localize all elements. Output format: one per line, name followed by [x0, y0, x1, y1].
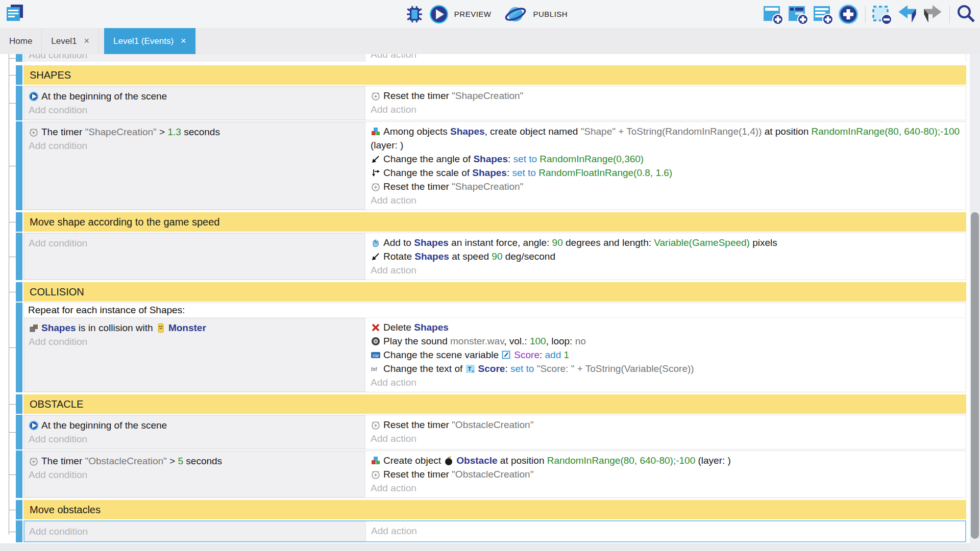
monster-icon — [156, 323, 166, 333]
conditions-cell[interactable]: At the beginning of the sceneAdd conditi… — [24, 86, 365, 120]
actions-cell[interactable]: Add action — [366, 521, 965, 541]
event-drag-handle[interactable] — [16, 282, 22, 302]
event-drag-handle[interactable] — [16, 500, 22, 519]
event-drag-handle[interactable] — [16, 233, 22, 280]
condition-line[interactable]: Shapes is in collision with Monster — [29, 321, 361, 335]
add-action-button[interactable]: Add action — [371, 375, 966, 389]
action-line[interactable]: Create object Obstacle at position Rando… — [371, 454, 966, 467]
search-icon[interactable] — [955, 4, 977, 25]
actions-cell[interactable]: Add action — [365, 54, 966, 62]
conditions-cell[interactable]: Add condition — [24, 521, 366, 541]
condition-line[interactable]: The timer "ShapeCreation" > 1.3 seconds — [29, 125, 361, 139]
repeat-for-each-label[interactable]: Repeat for each instance of Shapes: — [24, 303, 966, 318]
add-condition-button[interactable]: Add condition — [29, 139, 361, 153]
actions-cell[interactable]: Delete ShapesPlay the sound monster.wav,… — [365, 318, 966, 392]
add-subevent-icon[interactable] — [787, 3, 810, 26]
add-condition-button[interactable]: Add condition — [29, 432, 361, 446]
condition-line[interactable]: At the beginning of the scene — [29, 89, 361, 103]
add-action-button[interactable]: Add action — [371, 481, 966, 495]
group-header-label[interactable]: SHAPES — [30, 69, 71, 81]
actions-cell[interactable]: Create object Obstacle at position Rando… — [365, 451, 966, 497]
conditions-cell[interactable]: The timer "ShapeCreation" > 1.3 secondsA… — [24, 122, 365, 210]
group-header-label[interactable]: OBSTACLE — [30, 398, 83, 410]
event-drag-handle[interactable] — [16, 121, 22, 210]
add-comment-icon[interactable] — [812, 3, 835, 26]
publish-globe-icon[interactable] — [503, 4, 528, 24]
action-line[interactable]: Among objects Shapes, create object name… — [371, 124, 966, 152]
text-segment: is in collision with — [76, 322, 156, 333]
actions-cell[interactable]: Add to Shapes an instant force, angle: 9… — [365, 233, 966, 280]
scrollbar-thumb[interactable] — [971, 212, 979, 539]
text-segment: Obstacle — [456, 455, 497, 466]
close-icon[interactable]: × — [84, 36, 89, 46]
close-icon[interactable]: × — [181, 36, 186, 46]
action-line[interactable]: Reset the timer "ObstacleCreation" — [371, 467, 966, 481]
event-drag-handle[interactable] — [16, 86, 22, 120]
event-drag-handle[interactable] — [16, 520, 22, 542]
add-condition-button[interactable]: Add condition — [29, 524, 361, 538]
debugger-icon[interactable] — [405, 5, 424, 24]
conditions-cell[interactable]: The timer "ObstacleCreation" > 5 seconds… — [24, 451, 365, 497]
condition-line[interactable]: The timer "ObstacleCreation" > 5 seconds — [29, 454, 361, 468]
conditions-cell[interactable]: Add condition — [24, 54, 365, 62]
add-condition-button[interactable]: Add condition — [29, 236, 361, 250]
action-line[interactable]: VarChange the scene variable Score: add … — [371, 348, 966, 362]
add-more-icon[interactable] — [837, 3, 860, 26]
toolbar-separator — [949, 6, 950, 23]
event-drag-handle[interactable] — [16, 394, 22, 414]
actions-cell[interactable]: Reset the timer "ShapeCreation"Add actio… — [365, 86, 966, 120]
conditions-cell[interactable]: Add condition — [24, 233, 365, 280]
action-line[interactable]: Play the sound monster.wav, vol.: 100, l… — [371, 334, 966, 348]
add-action-button[interactable]: Add action — [371, 263, 966, 277]
action-line[interactable]: Change the scale of Shapes: set to Rando… — [371, 166, 966, 180]
add-condition-button[interactable]: Add condition — [29, 103, 361, 117]
action-line[interactable]: Reset the timer "ObstacleCreation" — [371, 418, 966, 432]
add-action-button[interactable]: Add action — [371, 524, 965, 538]
svg-text:txt: txt — [371, 366, 378, 372]
event-drag-handle[interactable] — [16, 54, 22, 62]
tab-level1-events-[interactable]: Level1 (Events)× — [104, 28, 195, 54]
actions-cell[interactable]: Among objects Shapes, create object name… — [365, 122, 966, 210]
add-action-button[interactable]: Add action — [371, 54, 966, 61]
add-action-button[interactable]: Add action — [371, 193, 966, 207]
action-line[interactable]: Delete Shapes — [371, 320, 966, 334]
action-line[interactable]: Change the angle of Shapes: set to Rando… — [371, 152, 966, 166]
event-drag-handle[interactable] — [16, 212, 22, 232]
undo-icon[interactable] — [896, 4, 919, 24]
redo-icon[interactable] — [921, 4, 944, 24]
action-line[interactable]: Add to Shapes an instant force, angle: 9… — [371, 236, 966, 249]
actions-cell[interactable]: Reset the timer "ObstacleCreation"Add ac… — [365, 415, 966, 449]
vertical-scrollbar[interactable] — [970, 54, 980, 551]
event-drag-handle[interactable] — [16, 65, 22, 85]
add-condition-button[interactable]: Add condition — [29, 468, 361, 482]
group-header-label[interactable]: COLLISION — [30, 286, 84, 297]
action-line[interactable]: Rotate Shapes at speed 90 deg/second — [371, 249, 966, 263]
text-segment: Play the sound — [383, 336, 450, 346]
action-line[interactable]: Reset the timer "ShapeCreation" — [371, 180, 966, 193]
add-condition-button[interactable]: Add condition — [29, 335, 361, 348]
preview-button[interactable]: PREVIEW — [454, 10, 492, 18]
publish-button[interactable]: PUBLISH — [533, 10, 568, 18]
action-line[interactable]: Reset the timer "ShapeCreation" — [371, 89, 966, 103]
add-action-button[interactable]: Add action — [371, 103, 966, 116]
group-header-label[interactable]: Move shape according to the game speed — [30, 216, 219, 228]
preview-play-icon[interactable] — [429, 4, 449, 24]
text-segment: at speed — [449, 251, 492, 262]
tree-branch — [9, 432, 16, 433]
tab-label: Level1 (Events) — [113, 36, 174, 46]
add-condition-button[interactable]: Add condition — [29, 54, 361, 62]
event-drag-handle[interactable] — [16, 450, 22, 498]
tab-level1[interactable]: Level1× — [42, 28, 99, 54]
remove-event-icon[interactable] — [871, 3, 894, 26]
event-drag-handle[interactable] — [16, 303, 22, 392]
add-action-button[interactable]: Add action — [371, 432, 966, 445]
add-event-icon[interactable] — [762, 3, 785, 26]
conditions-cell[interactable]: Shapes is in collision with MonsterAdd c… — [24, 318, 365, 392]
event-drag-handle[interactable] — [16, 415, 22, 449]
conditions-cell[interactable]: At the beginning of the sceneAdd conditi… — [24, 415, 365, 449]
condition-line[interactable]: At the beginning of the scene — [29, 418, 361, 432]
group-header-label[interactable]: Move obstacles — [30, 504, 101, 515]
text-segment: monster.wav — [450, 336, 504, 346]
tab-home[interactable]: Home — [0, 28, 42, 54]
action-line[interactable]: txtChange the text of TxScore: set to "S… — [371, 362, 966, 375]
